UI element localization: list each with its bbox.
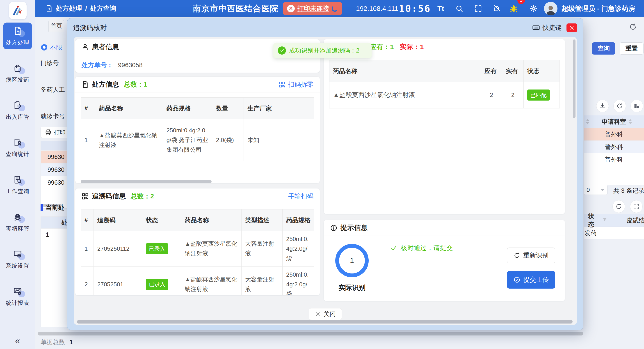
avatar[interactable] (544, 2, 558, 15)
close-modal-footer-button[interactable]: 关闭 (309, 308, 342, 320)
sidebar-item-query-stats[interactable]: 查询统计 (3, 134, 32, 161)
font-size-label: Tt (437, 5, 444, 13)
reset-button[interactable]: 重置 (620, 42, 644, 55)
table-header-row: # 追溯码 状态 药品名称 类型描述 药品规格 (81, 209, 314, 231)
sidebar-item-settings[interactable]: 系统设置 (3, 246, 32, 273)
sidebar-item-narcotics[interactable]: 毒精麻管 (3, 209, 32, 235)
sort-icon[interactable] (628, 119, 632, 124)
tab-home[interactable]: 首页 (48, 20, 64, 32)
breadcrumb-page[interactable]: 处方查询 (90, 4, 116, 13)
table-row[interactable]: 1 (41, 228, 67, 241)
table-row[interactable]: 99630 (41, 150, 67, 163)
sidebar-item-label: 统计报表 (6, 299, 29, 307)
status-bar: 单据总数 1 (40, 338, 73, 346)
filter-radio-all[interactable]: 不限 (41, 43, 62, 51)
refresh-icon[interactable] (613, 100, 626, 112)
document-icon (82, 81, 89, 88)
modal-vscrollbar[interactable] (573, 40, 576, 118)
table-row[interactable]: 普外科 (584, 141, 644, 153)
modal-header[interactable]: 追溯码核对 快捷键 (67, 18, 583, 37)
card-header: 追溯码信息 总数：2 手输扫码 (75, 188, 320, 204)
column-settings-icon[interactable] (630, 100, 643, 112)
filter-label-outpatient-no: 门诊号 (40, 59, 59, 67)
sidebar-collapse-icon[interactable]: « (0, 336, 35, 346)
prescription-icon (13, 26, 22, 35)
sort-icon[interactable] (586, 119, 590, 124)
document-plus-icon (45, 5, 53, 13)
rx-count-value: 1 (144, 81, 147, 88)
sidebar-item-prescription[interactable]: 处方处理 (3, 23, 32, 49)
modal-hscrollbar[interactable] (77, 320, 572, 323)
hospital-title: 南京市中西医结合医院 (193, 0, 278, 17)
table-row[interactable]: 普外科 (584, 128, 644, 141)
table-row[interactable]: 99630 (41, 163, 67, 176)
refresh-icon[interactable] (612, 200, 625, 213)
column-header-dept[interactable]: 申请科室 (592, 115, 644, 128)
table-row[interactable]: 1 ▲盐酸莫西沙星氯化钠注射液 250ml:0.4g:2.0g/袋 扬子江药业集… (81, 119, 314, 161)
sidebar-item-inventory[interactable]: 出入库管 (3, 97, 32, 124)
skin-test-column-label[interactable]: 皮试结 (627, 216, 644, 225)
actual-value: 1 (420, 43, 424, 51)
cell-trace-code: 2705250112 (94, 231, 142, 267)
font-size-toggle[interactable]: Tt (434, 0, 448, 17)
modal-body: 患者信息 处方单号： 9963058 处方信息 总数：1 扫码拆零 (74, 37, 577, 325)
table-row[interactable]: 普外科 (584, 153, 644, 166)
page-size-value: 0 (586, 186, 590, 193)
sidebar-item-label: 处方处理 (6, 39, 29, 46)
records-total: 共 3 条记录 (613, 187, 644, 195)
table-row[interactable]: ▲盐酸莫西沙星氯化钠注射液 2 2 已匹配 (330, 82, 560, 108)
rescan-button[interactable]: 重新识别 (507, 247, 555, 263)
printer-status-badge[interactable]: ✕ 打印未连接 (283, 2, 342, 15)
trace-count-label: 总数： (131, 193, 150, 200)
table-row-empty (41, 189, 67, 202)
shortcut-keys-button[interactable]: 快捷键 (532, 24, 562, 32)
table-header-row: 药品名称 应有 实有 状态 (330, 60, 560, 82)
keyboard-icon (532, 24, 540, 32)
radio-selected-icon (41, 44, 47, 51)
section-marker (40, 204, 43, 211)
table-row[interactable]: 1 2705250112 已录入 ▲盐酸莫西沙星氯化钠注射液 大容量注射液 25… (81, 231, 314, 267)
col-drug-name: 药品名称 (181, 209, 241, 231)
modal-close-button[interactable] (566, 24, 577, 32)
document-person-icon (13, 138, 22, 147)
card-header: 处方信息 总数：1 扫码拆零 (75, 77, 320, 92)
cell-expected: 2 (481, 82, 502, 108)
bug-report-icon[interactable]: 3 (507, 0, 520, 17)
check-icon (390, 245, 397, 251)
gear-icon[interactable] (527, 0, 540, 17)
page-size-select[interactable]: 0 (584, 185, 608, 195)
trace-code-info-card: 追溯码信息 总数：2 手输扫码 # 追溯码 状态 药品名称 类型描 (75, 188, 320, 295)
query-button[interactable]: 查询 (592, 42, 615, 55)
table-row[interactable]: 发药 (584, 227, 644, 239)
trace-count-value: 2 (150, 193, 154, 200)
sidebar-item-ward-dispense[interactable]: 病区发药 (3, 60, 32, 87)
column-header[interactable]: 处 (41, 217, 67, 228)
user-role-label[interactable]: 超级管理员 - 门急诊药房 (562, 0, 635, 17)
sidebar-item-reports[interactable]: 统计报表 (3, 283, 32, 310)
dept-cell: 普外科 (584, 128, 644, 140)
filter-icon[interactable] (602, 217, 608, 224)
submit-upload-button[interactable]: 提交上传 (507, 271, 555, 288)
table-row[interactable]: 2 27052501 已录入 ▲盐酸莫西沙星氯化钠注射液 大容量注射液 250m… (81, 266, 314, 295)
table-empty-area (41, 241, 67, 327)
manual-scan-button[interactable]: 手输扫码 (288, 192, 314, 201)
notifications-off-icon[interactable] (490, 0, 504, 17)
expand-icon[interactable] (630, 200, 643, 213)
background-hscrollbar[interactable] (38, 332, 583, 335)
page-refresh-icon[interactable] (629, 23, 637, 31)
order-no: 99630 (48, 179, 64, 186)
prescription-table-hscrollbar[interactable] (81, 180, 314, 183)
download-icon[interactable] (596, 100, 609, 112)
fullscreen-icon[interactable] (472, 0, 485, 17)
status-column-label[interactable]: 状态 (588, 212, 600, 229)
search-icon[interactable] (452, 0, 466, 17)
scan-split-button[interactable]: 扫码拆零 (279, 80, 314, 89)
breadcrumb-section[interactable]: 处方处理 (56, 4, 82, 13)
app-root: 处方处理 病区发药 出入库管 查询统计 工作查询 毒精麻管 (0, 0, 644, 349)
hint-info-title: 提示信息 (340, 223, 368, 232)
cell-actual: 2 (502, 82, 524, 108)
table-row[interactable]: 99630 (41, 176, 67, 189)
cell-trace-code: 27052501 (94, 266, 142, 295)
print-button[interactable]: 打印 (40, 127, 67, 138)
sidebar-item-work-query[interactable]: 工作查询 (3, 171, 32, 198)
